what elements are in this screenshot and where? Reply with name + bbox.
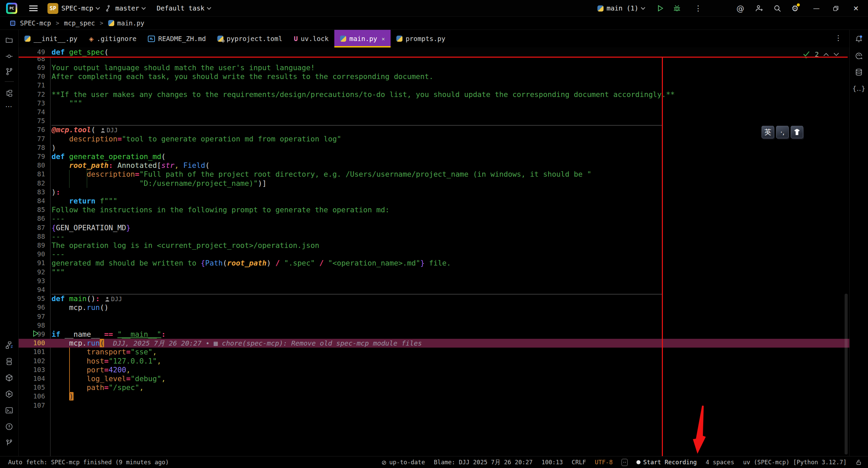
- author-inlay[interactable]: DJJ: [101, 126, 118, 134]
- more-tools-button[interactable]: ⋯: [5, 102, 13, 111]
- status-up-to-date[interactable]: ⊘up-to-date: [381, 459, 425, 466]
- tab-overflow-button[interactable]: ⋮: [835, 34, 842, 42]
- run-button[interactable]: [656, 0, 664, 17]
- breadcrumb-item[interactable]: SPEC-mcp: [20, 19, 51, 27]
- code-line-77[interactable]: 77 description="tool to generate operati…: [19, 135, 849, 143]
- status-indent-braces[interactable]: ··: [622, 459, 628, 466]
- next-problem-button[interactable]: [833, 53, 839, 56]
- notifications-bell-button[interactable]: [855, 35, 863, 43]
- code-line-70[interactable]: 70After completing each task, you should…: [19, 72, 849, 81]
- restore-button[interactable]: [833, 0, 839, 17]
- tab--init-py[interactable]: __init__.py: [19, 30, 83, 47]
- code-line-71[interactable]: 71: [19, 81, 849, 90]
- commit-button[interactable]: [5, 52, 13, 60]
- tab-pyproject-toml[interactable]: ⚙pyproject.toml: [212, 30, 288, 47]
- ai-braces-button[interactable]: {‥}: [852, 84, 866, 93]
- code-line-92[interactable]: 92""": [19, 268, 849, 277]
- debug-button[interactable]: [673, 0, 681, 17]
- code-with-me-button[interactable]: [755, 0, 763, 17]
- code-line-72[interactable]: 72**If the user makes any changes to the…: [19, 90, 849, 99]
- code-line-97[interactable]: 97: [19, 312, 849, 321]
- code-line-89[interactable]: 89The operation log is in <current_proje…: [19, 241, 849, 250]
- code-line-91[interactable]: 91generated md should be written to {Pat…: [19, 259, 849, 268]
- minimize-button[interactable]: —: [813, 0, 820, 17]
- main-menu-button[interactable]: [29, 0, 38, 17]
- code-line-94[interactable]: 94: [19, 286, 849, 294]
- project-folder-button[interactable]: [5, 36, 13, 44]
- code-line-105[interactable]: 105 path="/spec",: [19, 383, 849, 392]
- status-auto-fetch[interactable]: Auto fetch: SPEC-mcp finished (9 minutes…: [8, 459, 169, 466]
- status-4-spaces[interactable]: 4 spaces: [706, 459, 734, 466]
- pycharm-logo-icon[interactable]: PC: [6, 3, 17, 14]
- close-tab-icon[interactable]: ✕: [381, 36, 385, 42]
- code-line-79[interactable]: 79def generate_operation_md(: [19, 152, 849, 161]
- ai-assistant-button[interactable]: @: [736, 0, 744, 17]
- status-unlock[interactable]: [855, 459, 862, 466]
- tab-readme-zh-md[interactable]: M↓README_ZH.md: [142, 30, 212, 47]
- status-start-recording[interactable]: Start Recording: [636, 459, 697, 466]
- sticky-header-line[interactable]: 49 def get_spec(: [19, 47, 849, 57]
- code-line-95[interactable]: 95def main():DJJ: [19, 294, 849, 303]
- code-line-83[interactable]: 83):: [19, 188, 849, 197]
- status-crlf[interactable]: CRLF: [572, 459, 586, 466]
- status-utf-8[interactable]: UTF-8: [595, 459, 613, 466]
- project-selector[interactable]: SP SPEC-mcp: [47, 0, 99, 17]
- breadcrumb-item[interactable]: main.py: [117, 19, 144, 27]
- code-editor[interactable]: 6869Your output language should match th…: [19, 47, 849, 456]
- search-everywhere-button[interactable]: [773, 0, 782, 17]
- code-line-85[interactable]: 85Follow the instructions in the followi…: [19, 206, 849, 214]
- code-line-74[interactable]: 74: [19, 108, 849, 117]
- breadcrumb-item[interactable]: mcp_spec: [64, 19, 95, 27]
- python-packages-button[interactable]: [5, 374, 13, 382]
- code-line-90[interactable]: 90---: [19, 250, 849, 259]
- author-inlay[interactable]: DJJ: [105, 295, 122, 303]
- code-line-82[interactable]: 82 "D:/username/project_name)")]: [19, 179, 849, 188]
- run-line-icon[interactable]: [33, 330, 39, 337]
- status-blame-djj-2025-7-26-20-27[interactable]: Blame: DJJ 2025 7月 26 20:27: [434, 458, 532, 466]
- prev-problem-button[interactable]: [823, 53, 829, 56]
- code-line-96[interactable]: 96 mcp.run(): [19, 303, 849, 312]
- code-line-107[interactable]: 107: [19, 401, 849, 410]
- task-selector[interactable]: Default task: [157, 0, 211, 17]
- ime-language-button[interactable]: 英: [762, 126, 774, 138]
- terminal-button[interactable]: [5, 406, 13, 414]
- code-line-76[interactable]: 76@mcp.tool(DJJ: [19, 125, 849, 134]
- code-line-104[interactable]: 104 log_level="debug",: [19, 374, 849, 383]
- code-line-75[interactable]: 75: [19, 117, 849, 125]
- version-control-button[interactable]: [5, 439, 13, 447]
- pull-requests-button[interactable]: [5, 67, 13, 76]
- code-line-102[interactable]: 102 host="127.0.0.1",: [19, 357, 849, 366]
- code-line-100[interactable]: 100 mcp.run(DJJ, 2025 7月 26 20:27 • ▦ ch…: [19, 339, 849, 348]
- database-button[interactable]: [855, 68, 863, 76]
- code-line-101[interactable]: 101 transport="sse",: [19, 348, 849, 356]
- code-line-73[interactable]: 73 """: [19, 99, 849, 108]
- tab-uv-lock[interactable]: Uuv.lock: [288, 30, 335, 47]
- code-line-80[interactable]: 80 root_path: Annotated[str, Field(: [19, 161, 849, 170]
- problems-button[interactable]: [5, 423, 13, 431]
- status-uv-spec-mcp-python-3-12-7-[interactable]: uv (SPEC-mcp) [Python 3.12.7]: [743, 459, 847, 466]
- code-line-81[interactable]: 81 description="Full path of the project…: [19, 170, 849, 179]
- code-line-106[interactable]: 106 ): [19, 392, 849, 401]
- tab-prompts-py[interactable]: prompts.py: [391, 30, 451, 47]
- tab--gitignore[interactable]: ◈.gitignore: [83, 30, 142, 47]
- services-button[interactable]: [5, 390, 13, 398]
- ime-skin-button[interactable]: [791, 126, 803, 138]
- code-line-93[interactable]: 93: [19, 277, 849, 286]
- editor-scrollbar[interactable]: [845, 294, 848, 454]
- code-line-78[interactable]: 78): [19, 143, 849, 152]
- structure-button[interactable]: [5, 89, 13, 97]
- ime-punctuation-button[interactable]: ·,: [776, 126, 789, 138]
- more-actions-button[interactable]: ⋮: [694, 0, 702, 17]
- tab-main-py[interactable]: main.py✕: [334, 30, 391, 47]
- code-line-98[interactable]: 98: [19, 321, 849, 330]
- code-line-88[interactable]: 88---: [19, 232, 849, 241]
- code-line-99[interactable]: 99 if __name__ == "__main__":: [19, 330, 849, 339]
- code-line-103[interactable]: 103 port=4200,: [19, 366, 849, 374]
- settings-button[interactable]: ⚙: [791, 0, 799, 17]
- code-line-84[interactable]: 84 return f""": [19, 197, 849, 206]
- ai-chat-button[interactable]: [855, 52, 863, 60]
- close-button[interactable]: ✕: [853, 0, 859, 17]
- mcp-hierarchy-button[interactable]: [5, 341, 13, 349]
- python-console-button[interactable]: [5, 357, 13, 366]
- run-config-selector[interactable]: main (1): [597, 0, 645, 17]
